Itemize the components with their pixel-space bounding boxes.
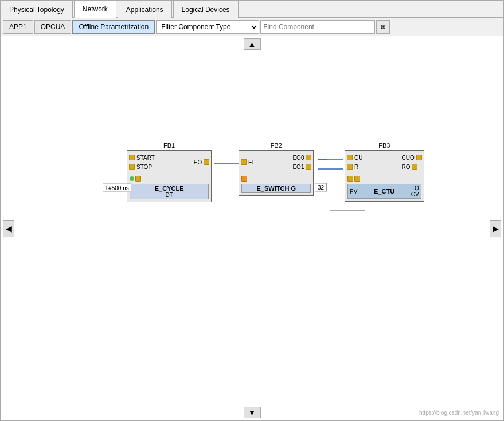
tab-physical-topology[interactable]: Physical Topology [1, 1, 73, 18]
fb3-pv-label: PV [350, 188, 357, 195]
pv-value-box: 32 [315, 183, 327, 192]
scroll-right-arrow[interactable]: ▶ [490, 220, 501, 237]
fb1-label: FB1 [127, 142, 212, 149]
fb2-eo0-port[interactable] [306, 155, 311, 160]
fb1-eo-port[interactable] [204, 159, 209, 165]
fb1-sub-name: E_CYCLE [155, 185, 184, 192]
sub-tab-bar: APP1 OPCUA Offline Parametrization Filte… [1, 18, 503, 36]
fb2-orange-indicator [241, 176, 247, 182]
fb3-r-port[interactable] [347, 164, 353, 170]
fb1-right-ports: EO [192, 151, 211, 174]
fb3-yellow-indicator2 [354, 176, 360, 182]
sub-tab-offline-param[interactable]: Offline Parametrization [72, 20, 155, 34]
scroll-left-arrow[interactable]: ◀ [3, 220, 14, 237]
canvas-area[interactable]: ▲ ▼ ◀ ▶ FB1 START [1, 36, 503, 420]
fb1-sub-block[interactable]: E_CYCLE DT [130, 184, 209, 199]
fb3-block[interactable]: FB3 CU R [345, 142, 424, 202]
fb1-start-port[interactable] [129, 155, 135, 160]
scroll-up-arrow[interactable]: ▲ [244, 38, 261, 50]
connections-svg [1, 36, 503, 420]
fb3-sub-name: E_CTU [374, 188, 394, 195]
grid-button[interactable]: ⊞ [376, 20, 390, 34]
fb1-stop-port[interactable] [129, 164, 135, 170]
fb3-yellow-indicator1 [347, 176, 353, 182]
fb3-right-ports: CUO RO [399, 151, 423, 174]
fb3-cuo-port[interactable] [416, 155, 422, 160]
dt-value-box: T#500ms [103, 183, 131, 192]
fb2-block[interactable]: FB2 EI EO0 [239, 142, 314, 196]
fb2-sub-block[interactable]: E_SWITCH G [241, 184, 311, 193]
fb2-right-ports: EO0 EO1 [290, 151, 313, 174]
filter-component-type[interactable]: Filter Component Type [156, 20, 259, 34]
fb2-left-ports: EI [239, 151, 256, 174]
fb1-green-indicator [130, 176, 134, 181]
main-container: Physical Topology Network Applications L… [0, 0, 504, 421]
fb3-center [365, 151, 399, 174]
fb1-left-ports: START STOP [127, 151, 157, 174]
fb2-center [256, 151, 290, 174]
tab-network[interactable]: Network [74, 1, 116, 18]
fb2-ei-port[interactable] [241, 159, 247, 165]
fb2-label: FB2 [239, 142, 314, 149]
top-tab-bar: Physical Topology Network Applications L… [1, 1, 503, 18]
find-component-input[interactable] [260, 20, 375, 34]
tab-applications[interactable]: Applications [118, 1, 172, 18]
fb3-ro-port[interactable] [412, 164, 417, 170]
fb2-eo1-port[interactable] [306, 164, 311, 170]
scroll-down-arrow[interactable]: ▼ [244, 407, 261, 418]
fb1-block[interactable]: FB1 START STOP [127, 142, 212, 202]
fb3-cv-label: CV [411, 191, 419, 198]
fb3-label: FB3 [345, 142, 424, 149]
fb1-sub-dt: DT [165, 192, 173, 198]
sub-tab-opcua[interactable]: OPCUA [34, 20, 72, 34]
fb1-yellow-indicator [135, 176, 141, 182]
fb1-center [157, 151, 192, 174]
fb2-sub-name: E_SWITCH G [257, 185, 296, 192]
fb3-q-label: Q [415, 185, 419, 191]
fb3-sub-block[interactable]: PV E_CTU Q CV [347, 184, 421, 199]
fb3-left-ports: CU R [345, 151, 365, 174]
fb3-cu-port[interactable] [347, 155, 353, 160]
watermark: https://blog.csdn.net/yanlilwang [419, 410, 499, 416]
sub-tab-app1[interactable]: APP1 [3, 20, 33, 34]
tab-logical-devices[interactable]: Logical Devices [173, 1, 239, 18]
